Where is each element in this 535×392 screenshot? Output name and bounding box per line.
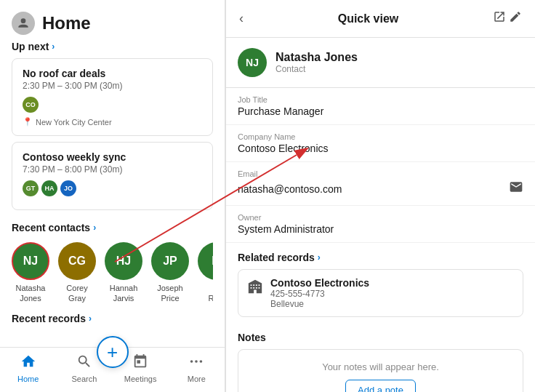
field-value-job-title: Purchase Manager: [238, 105, 523, 117]
nav-more[interactable]: More: [169, 353, 225, 383]
nav-more-label: More: [188, 375, 206, 383]
notes-empty-text: Your notes will appear here.: [250, 361, 511, 372]
contact-avatar-hj: HJ: [105, 242, 142, 280]
nav-meetings-label: Meetings: [124, 375, 157, 383]
field-email: Email natasha@contoso.com: [226, 162, 535, 206]
field-label-company: Company Name: [238, 132, 523, 141]
event-avatar-gt: GT: [23, 180, 39, 196]
field-job-title: Job Title Purchase Manager: [226, 88, 535, 125]
contact-header: NJ Natasha Jones Contact: [226, 38, 535, 88]
field-value-email: natasha@contoso.com: [238, 183, 342, 195]
up-next-chevron: ›: [52, 41, 55, 52]
fab-button[interactable]: +: [97, 336, 129, 368]
contact-hj[interactable]: HJ HannahJarvis: [105, 242, 142, 304]
quick-view-panel: ‹ Quick view NJ Natasha Jones Contact Jo…: [226, 0, 535, 392]
contact-avatar-jp: JP: [151, 242, 189, 280]
event-avatar-jo: JO: [60, 180, 76, 196]
contact-name-nj: NatashaJones: [16, 283, 46, 304]
nav-home[interactable]: Home: [0, 353, 56, 383]
related-card-1[interactable]: Contoso Electronics 425-555-4773 Bellevu…: [238, 269, 523, 317]
related-records-chevron: ›: [318, 252, 321, 263]
more-icon: [188, 353, 204, 373]
left-panel: Home Up next › No roof car deals 2:30 PM…: [0, 0, 225, 392]
recent-records-chevron: ›: [89, 313, 92, 324]
email-icon[interactable]: [509, 180, 523, 198]
contact-type: Contact: [275, 64, 358, 74]
event-location-1: 📍 New York City Center: [23, 117, 202, 127]
back-button[interactable]: ‹: [238, 9, 245, 28]
contacts-row: NJ NatashaJones CG CoreyGray HJ HannahJa…: [12, 239, 213, 307]
nav-search-label: Search: [71, 375, 97, 383]
related-info: Contoso Electronics 425-555-4773 Bellevu…: [270, 277, 369, 309]
related-name: Contoso Electronics: [270, 277, 369, 289]
add-note-button[interactable]: Add a note: [345, 380, 416, 392]
meetings-icon: [132, 353, 148, 373]
event-avatar: CO: [23, 97, 39, 113]
event-time-1: 2:30 PM – 3:00 PM (30m): [23, 81, 202, 91]
svg-point-3: [200, 360, 203, 363]
contact-name-jp: JosephPrice: [157, 283, 182, 304]
header: Home: [0, 0, 225, 41]
event-card-1[interactable]: No roof car deals 2:30 PM – 3:00 PM (30m…: [12, 58, 213, 136]
recent-contacts-chevron: ›: [93, 223, 96, 233]
contact-m[interactable]: M MRo...: [198, 242, 213, 304]
contact-avatar-m: M: [198, 242, 213, 280]
email-row: natasha@contoso.com: [238, 180, 523, 198]
contact-avatar-nj: NJ: [12, 242, 49, 280]
field-label-email: Email: [238, 169, 523, 178]
field-label-owner: Owner: [238, 213, 523, 222]
quick-view-title: Quick view: [245, 12, 491, 25]
recent-contacts-section: Recent contacts › NJ NatashaJones CG Cor…: [0, 222, 225, 307]
contact-name-hj: HannahJarvis: [110, 283, 138, 304]
recent-records-section: Recent records ›: [0, 313, 225, 330]
field-company: Company Name Contoso Electronics: [226, 125, 535, 162]
field-value-owner: System Administrator: [238, 223, 523, 235]
event-title-2: Contoso weekly sync: [23, 151, 202, 163]
building-icon: [247, 279, 263, 298]
related-records-title[interactable]: Related records ›: [226, 243, 535, 269]
nav-home-label: Home: [17, 375, 39, 383]
field-value-company: Contoso Electronics: [238, 143, 523, 154]
notes-section: Notes Your notes will appear here. Add a…: [226, 323, 535, 392]
quick-view-header: ‹ Quick view: [226, 0, 535, 38]
contact-qv-avatar: NJ: [238, 48, 267, 77]
external-link-button[interactable]: [491, 9, 507, 28]
contact-avatar-cg: CG: [58, 242, 96, 280]
location-icon: 📍: [23, 117, 33, 127]
recent-records-title[interactable]: Recent records ›: [12, 313, 213, 324]
event-avatars-2: GT HA JO: [23, 180, 202, 196]
related-location: Bellevue: [270, 299, 369, 309]
svg-point-0: [21, 18, 26, 23]
contact-name-cg: CoreyGray: [66, 283, 87, 304]
notes-empty-card: Your notes will appear here. Add a note: [238, 349, 523, 392]
event-avatar-ha: HA: [41, 180, 57, 196]
up-next-section: Up next › No roof car deals 2:30 PM – 3:…: [0, 41, 225, 216]
home-icon: [20, 353, 36, 373]
recent-contacts-title[interactable]: Recent contacts ›: [12, 222, 213, 233]
svg-point-2: [196, 360, 198, 363]
event-avatars-1: CO: [23, 97, 202, 113]
field-label-job-title: Job Title: [238, 95, 523, 104]
contact-cg[interactable]: CG CoreyGray: [58, 242, 96, 304]
notes-title: Notes: [238, 323, 523, 349]
contact-name: Natasha Jones: [275, 51, 358, 64]
bottom-nav: Home Search + Meetings Mo: [0, 347, 225, 392]
event-card-2[interactable]: Contoso weekly sync 7:30 PM – 8:00 PM (3…: [12, 142, 213, 210]
event-time-2: 7:30 PM – 8:00 PM (30m): [23, 164, 202, 175]
contact-nj[interactable]: NJ NatashaJones: [12, 242, 49, 304]
up-next-title[interactable]: Up next ›: [12, 41, 213, 52]
contact-name-m: MRo...: [208, 283, 213, 304]
svg-point-1: [190, 360, 193, 363]
search-icon: [76, 353, 92, 373]
related-phone: 425-555-4773: [270, 289, 369, 299]
page-title: Home: [42, 13, 91, 33]
contact-jp[interactable]: JP JosephPrice: [151, 242, 189, 304]
event-title-1: No roof car deals: [23, 68, 202, 79]
user-avatar: [12, 12, 35, 35]
fab-icon: +: [107, 343, 118, 361]
edit-button[interactable]: [507, 9, 523, 28]
field-owner: Owner System Administrator: [226, 206, 535, 243]
contact-info: Natasha Jones Contact: [275, 51, 358, 74]
